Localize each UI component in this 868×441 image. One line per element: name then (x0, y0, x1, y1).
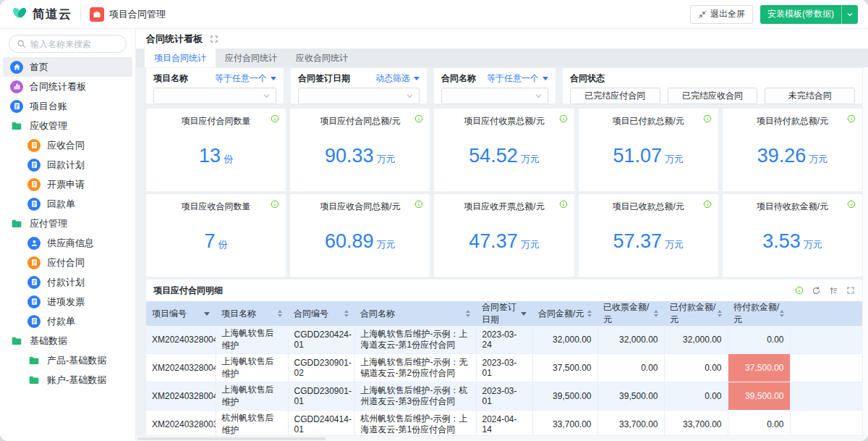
scrollbar-thumb[interactable] (137, 437, 326, 440)
info-icon[interactable] (847, 200, 856, 209)
filter-select[interactable] (298, 88, 420, 104)
status-filter-button[interactable]: 已完结应付合同 (570, 88, 660, 104)
info-icon[interactable] (703, 200, 712, 209)
table-cell: 2024-04-14 (476, 411, 532, 436)
sidebar-item-payable-management[interactable]: 应付管理 (3, 214, 132, 233)
info-icon[interactable] (559, 200, 568, 209)
table-cell: 39,500.00 (532, 382, 597, 411)
table-header-row: 项目编号项目名称合同编号合同名称合同签订日期合同金额/元已收票金额/元已付款金额… (146, 301, 862, 326)
caret-down-icon (414, 77, 420, 83)
filter-operator[interactable]: 等于任意一个 (487, 72, 548, 85)
table-cell: 0.00 (664, 354, 728, 382)
stat-value-unit: 万元 (665, 238, 684, 251)
app-window: 简道云 项目合同管理 退出全屏 安装模板(带数据) 首页合同统计看板项目台账应收… (0, 0, 868, 441)
sidebar-item-label: 应付合同 (47, 256, 85, 269)
exit-fullscreen-button[interactable]: 退出全屏 (690, 5, 753, 24)
sidebar-item-home[interactable]: 首页 (3, 57, 132, 77)
sidebar-item-payment-receipt[interactable]: 付款单 (3, 311, 132, 331)
column-header[interactable]: 待付款金额/元 (728, 301, 790, 326)
filter-select[interactable] (153, 88, 276, 104)
sidebar-item-payable-contract[interactable]: 应付合同 (3, 253, 132, 272)
stat-card-value: 39.26万元 (757, 127, 828, 191)
info-icon[interactable] (271, 200, 279, 209)
info-icon[interactable] (271, 114, 279, 123)
stat-value-unit: 万元 (809, 153, 827, 166)
search-input[interactable] (30, 39, 110, 49)
exit-fullscreen-icon (698, 10, 707, 19)
sidebar-item-invoice-request[interactable]: 开票申请 (3, 175, 132, 194)
top-bar: 简道云 项目合同管理 退出全屏 安装模板(带数据) (0, 0, 868, 29)
info-icon[interactable] (559, 114, 568, 123)
stat-value-number: 57.37 (613, 230, 662, 253)
info-icon[interactable] (703, 114, 712, 123)
info-icon[interactable] (414, 114, 423, 123)
stat-card: 项目应付合同总额/元90.33万元 (290, 109, 430, 191)
jiandaoyun-logo-icon (10, 4, 29, 25)
home-icon (10, 61, 23, 74)
table-cell: 上海帆软售后维护 (216, 382, 288, 411)
install-template-button[interactable]: 安装模板(带数据) (760, 5, 858, 24)
sidebar-search[interactable] (9, 35, 127, 53)
vertical-scrollbar[interactable] (862, 67, 868, 435)
sidebar-item-product-base-data[interactable]: 产品-基础数据 (3, 350, 132, 370)
sidebar-item-base-data[interactable]: 基础数据 (3, 331, 132, 350)
table-row[interactable]: XM20240328003杭州帆软售后维护CGDD240414-01杭州帆软售后… (146, 411, 862, 436)
sidebar-item-payment-plan[interactable]: 付款计划 (3, 272, 132, 292)
column-header[interactable]: 已收票金额/元 (597, 301, 664, 326)
stat-card-title: 项目应付收票总额/元 (464, 115, 544, 127)
sidebar-item-supplier-info[interactable]: 供应商信息 (3, 233, 132, 253)
table-row[interactable]: XM20240328004上海帆软售后维护CGDD230901-01上海帆软售后… (146, 382, 862, 411)
column-header[interactable]: 合同金额/元 (532, 301, 597, 326)
column-header[interactable]: 合同编号 (288, 301, 354, 326)
filter-select[interactable] (441, 88, 548, 104)
column-header[interactable]: 项目名称 (216, 301, 288, 326)
info-icon[interactable] (847, 114, 856, 123)
table-row[interactable]: XM20240328004上海帆软售后维护CGDD230424-01上海帆软售后… (146, 326, 862, 354)
sidebar-item-label: 应付管理 (30, 217, 67, 230)
chevron-down-icon (406, 92, 414, 100)
column-header[interactable]: 已付款金额/元 (664, 301, 728, 326)
tab-payable-contract-stats[interactable]: 应付合同统计 (216, 49, 286, 67)
stat-value-unit: 万元 (521, 238, 540, 251)
tab-receivable-contract-stats[interactable]: 应收合同统计 (286, 49, 357, 67)
sidebar-item-receivable-contract[interactable]: 应收合同 (3, 135, 132, 155)
filter-operator[interactable]: 等于任意一个 (215, 72, 276, 85)
table-cell (790, 411, 862, 436)
column-header[interactable]: 项目编号 (146, 301, 216, 326)
doc-icon (27, 315, 41, 328)
tab-project-contract-stats[interactable]: 项目合同统计 (145, 49, 216, 67)
refresh-icon[interactable] (812, 286, 821, 295)
sidebar-item-label: 合同统计看板 (30, 80, 86, 93)
sidebar-item-contract-stats-dashboard[interactable]: 合同统计看板 (3, 77, 132, 96)
sidebar-item-label: 供应商信息 (47, 237, 94, 250)
fullscreen-icon[interactable] (210, 35, 218, 43)
status-filter-button[interactable]: 已完结应收合同 (668, 88, 758, 104)
horizontal-scrollbar[interactable] (136, 435, 868, 441)
folder-icon (10, 335, 23, 348)
sidebar-item-collection-receipt[interactable]: 回款单 (3, 194, 132, 214)
sidebar-item-receivable-management[interactable]: 应收管理 (3, 116, 132, 135)
sort-desc-icon (204, 312, 210, 319)
sidebar-item-account-base-data[interactable]: 账户-基础数据 (3, 370, 132, 390)
column-header-label: 已付款金额/元 (670, 301, 718, 326)
chevron-down-icon[interactable] (841, 5, 858, 24)
sidebar-item-collection-plan[interactable]: 回款计划 (3, 155, 132, 175)
table-row[interactable]: XM20240328004上海帆软售后维护CGDD230901-02上海帆软售后… (146, 354, 862, 382)
status-filter-button[interactable]: 未完结合同 (765, 88, 855, 104)
sidebar-item-label: 开票申请 (47, 178, 85, 191)
info-icon[interactable] (414, 200, 423, 209)
sort-icon (654, 308, 658, 319)
sort-icon[interactable] (829, 286, 838, 295)
column-header[interactable]: 合同名称 (354, 301, 476, 326)
sidebar-item-project-ledger[interactable]: 项目台账 (3, 96, 132, 116)
fullscreen-icon[interactable] (846, 286, 855, 295)
sidebar-item-label: 进项发票 (47, 295, 85, 308)
info-icon[interactable] (795, 286, 804, 295)
column-header[interactable]: 合同签订日期 (476, 301, 532, 326)
sidebar-item-input-invoice[interactable]: 进项发票 (3, 292, 132, 311)
stat-card-value: 51.07万元 (613, 127, 684, 191)
stat-card-value: 60.89万元 (325, 213, 396, 277)
filter-operator[interactable]: 动态筛选 (375, 72, 420, 85)
chart-icon (10, 80, 23, 93)
stat-value-number: 47.37 (469, 230, 518, 253)
